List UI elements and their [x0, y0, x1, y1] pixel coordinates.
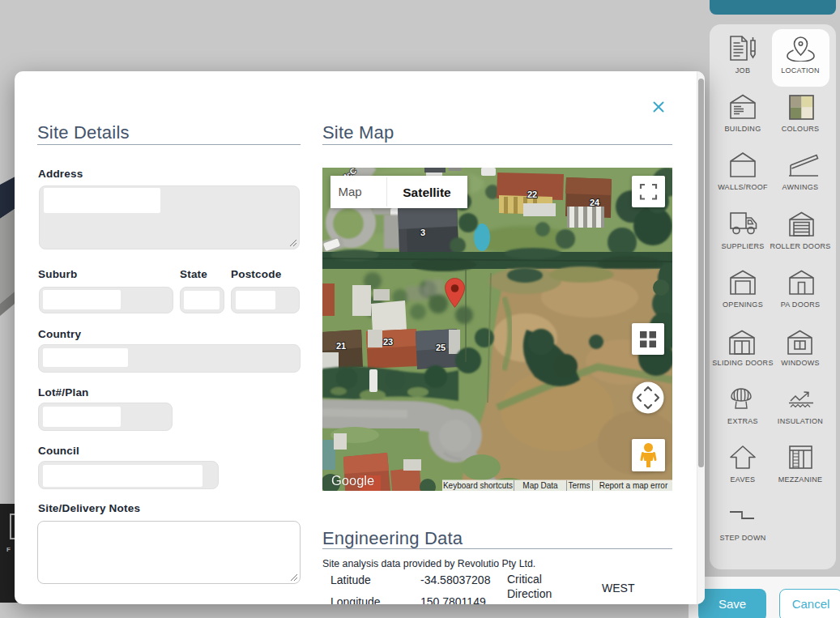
svg-text:24: 24 — [590, 198, 600, 207]
svg-text:25: 25 — [436, 343, 446, 352]
svg-text:Google: Google — [331, 473, 374, 488]
svg-text:Report a map error: Report a map error — [599, 481, 668, 490]
svg-text:21: 21 — [336, 341, 346, 351]
svg-text:Satellite: Satellite — [403, 185, 451, 199]
svg-text:23: 23 — [383, 337, 393, 347]
svg-text:22: 22 — [527, 190, 537, 199]
svg-text:Keyboard shortcuts: Keyboard shortcuts — [443, 481, 513, 490]
svg-text:Map Data: Map Data — [522, 481, 558, 490]
svg-text:Terms: Terms — [568, 481, 590, 490]
svg-text:3: 3 — [420, 228, 425, 237]
svg-text:Map: Map — [338, 185, 361, 198]
